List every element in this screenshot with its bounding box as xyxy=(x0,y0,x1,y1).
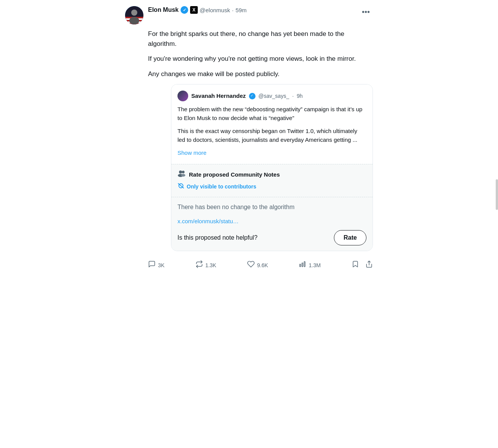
quote-time: 9h xyxy=(297,92,303,100)
reply-icon xyxy=(148,260,156,270)
author-name[interactable]: Elon Musk xyxy=(148,6,179,13)
quote-body: The problem with the new “deboosting neg… xyxy=(177,105,366,144)
tweet-body: For the bright sparks out there, no chan… xyxy=(125,29,373,251)
more-options-button[interactable]: ••• xyxy=(359,6,373,18)
svg-point-6 xyxy=(129,17,139,24)
community-notes-title: Rate proposed Community Notes xyxy=(189,170,280,179)
svg-point-5 xyxy=(131,10,137,16)
eye-slash-icon xyxy=(177,182,184,192)
show-more-link[interactable]: Show more xyxy=(177,149,207,156)
author-handle[interactable]: @elonmusk xyxy=(200,7,230,13)
share-icon xyxy=(365,260,373,270)
visibility-label: Only visible to contributors xyxy=(187,183,256,191)
note-action-row: Is this proposed note helpful? Rate xyxy=(177,230,366,245)
retweet-action[interactable]: 1.3K xyxy=(195,260,216,270)
rate-button[interactable]: Rate xyxy=(334,230,366,245)
svg-rect-15 xyxy=(304,261,306,266)
bookmark-icon xyxy=(352,260,359,270)
community-notes-people-icon xyxy=(177,170,186,180)
tweet-actions: 3K 1.3K 9.6K xyxy=(125,257,373,274)
community-notes-section: Rate proposed Community Notes Only visib… xyxy=(171,164,373,197)
bookmark-action[interactable] xyxy=(352,260,359,270)
verified-badge: ✓ xyxy=(181,6,188,14)
quote-paragraph-1: The problem with the new “deboosting neg… xyxy=(177,105,366,122)
retweet-count: 1.3K xyxy=(205,262,216,268)
community-notes-visibility: Only visible to contributors xyxy=(177,182,366,192)
quote-handle[interactable]: @sav_says_ xyxy=(259,92,289,100)
tweet-container: Elon Musk ✓ X @elonmusk · 59m ••• For th… xyxy=(119,0,379,274)
like-action[interactable]: 9.6K xyxy=(247,260,268,270)
scrollbar[interactable] xyxy=(496,179,498,210)
tweet-header: Elon Musk ✓ X @elonmusk · 59m ••• xyxy=(125,6,373,24)
dot-separator: · xyxy=(232,7,233,13)
like-count: 9.6K xyxy=(257,262,268,268)
views-action[interactable]: 1.3M xyxy=(299,260,321,270)
reply-action[interactable]: 3K xyxy=(148,260,164,270)
quote-card[interactable]: Savanah Hernandez ✓ @sav_says_ · 9h The … xyxy=(171,84,373,251)
svg-point-8 xyxy=(182,170,185,173)
note-question: Is this proposed note helpful? xyxy=(177,233,257,242)
retweet-icon xyxy=(195,260,203,270)
tweet-time: 59m xyxy=(236,7,247,13)
like-icon xyxy=(247,260,255,270)
svg-point-7 xyxy=(179,170,182,174)
note-link[interactable]: x.com/elonmusk/statu… xyxy=(177,217,366,226)
quote-dot: · xyxy=(292,92,294,100)
x-logo-icon: X xyxy=(190,6,198,14)
svg-point-10 xyxy=(181,174,186,177)
quote-author-name[interactable]: Savanah Hernandez xyxy=(191,92,246,101)
share-action[interactable] xyxy=(365,260,373,270)
tweet-paragraph-1: For the bright sparks out there, no chan… xyxy=(148,29,373,49)
community-notes-header: Rate proposed Community Notes xyxy=(177,170,366,180)
reply-count: 3K xyxy=(158,262,164,268)
views-icon xyxy=(299,260,306,270)
tweet-paragraph-3: Any changes we make will be posted publi… xyxy=(148,69,373,79)
views-count: 1.3M xyxy=(309,262,321,268)
note-text: There has been no change to the algorith… xyxy=(177,203,366,212)
tweet-paragraph-2: If you're wondering why you're not getti… xyxy=(148,54,373,64)
svg-rect-13 xyxy=(300,264,301,267)
quote-header: Savanah Hernandez ✓ @sav_says_ · 9h xyxy=(177,91,366,101)
quote-verified-badge: ✓ xyxy=(249,93,256,99)
quote-avatar xyxy=(177,91,188,101)
svg-rect-14 xyxy=(302,263,303,267)
community-note-content: There has been no change to the algorith… xyxy=(171,197,373,251)
avatar[interactable] xyxy=(125,6,143,24)
quote-paragraph-2: This is the exact way censorship began o… xyxy=(177,127,366,144)
